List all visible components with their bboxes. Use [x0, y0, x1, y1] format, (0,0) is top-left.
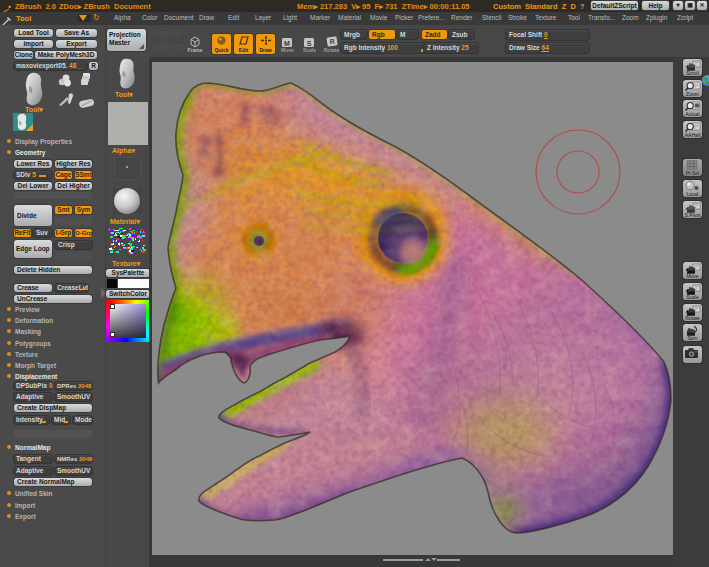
svg-text:M: M: [284, 40, 290, 47]
svg-text:R: R: [329, 38, 335, 46]
svg-text:S: S: [307, 40, 312, 47]
